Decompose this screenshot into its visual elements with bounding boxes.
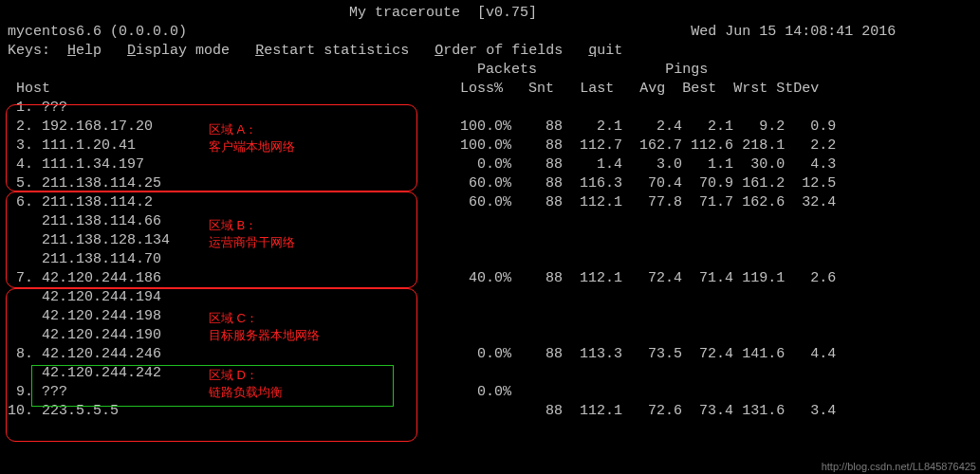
menu-line: Keys: Help Display mode Restart statisti…: [8, 42, 972, 61]
cols-header: Loss% Snt Last Avg Best Wrst StDev: [460, 81, 819, 97]
table-row: 10. 223.5.5.5 88 112.1 72.6 73.4 131.6 3…: [8, 402, 972, 421]
table-row: 211.138.114.70: [8, 250, 972, 269]
table-row: 7. 42.120.244.186 40.0% 88 112.1 72.4 71…: [8, 269, 972, 288]
table-row: 3. 111.1.20.41 100.0% 88 112.7 162.7 112…: [8, 137, 972, 155]
table-row: 42.120.244.194: [8, 288, 972, 307]
app-title: My traceroute [v0.75]: [349, 5, 537, 21]
table-row: 2. 192.168.17.20 100.0% 88 2.1 2.4 2.1 9…: [8, 118, 972, 137]
hostname: mycentos6.6 (0.0.0.0): [8, 24, 187, 40]
table-row: 9. ??? 0.0%: [8, 383, 972, 402]
table-row: 211.138.128.134: [8, 231, 972, 250]
table-row: 42.120.244.190: [8, 326, 972, 345]
table-row: 6. 211.138.114.2 60.0% 88 112.1 77.8 71.…: [8, 193, 972, 212]
watermark: http://blog.csdn.net/LL845876425: [822, 461, 976, 472]
table-row: 5. 211.138.114.25 60.0% 88 116.3 70.4 70…: [8, 174, 972, 193]
menu-help[interactable]: Help: [67, 43, 102, 59]
menu-display[interactable]: Display mode: [127, 43, 230, 59]
pings-header: Pings: [665, 62, 708, 78]
packets-header: Packets: [477, 62, 537, 78]
datetime: Wed Jun 15 14:08:41 2016: [691, 24, 896, 40]
host-date-line: mycentos6.6 (0.0.0.0) Wed Jun 15 14:08:4…: [8, 23, 972, 42]
title-line: My traceroute [v0.75]: [8, 4, 972, 23]
table-row: 42.120.244.242: [8, 364, 972, 383]
menu-restart[interactable]: Restart statistics: [255, 43, 409, 59]
table-row: 4. 111.1.34.197 0.0% 88 1.4 3.0 1.1 30.0…: [8, 155, 972, 174]
table-row: 8. 42.120.244.246 0.0% 88 113.3 73.5 72.…: [8, 345, 972, 364]
terminal: My traceroute [v0.75] mycentos6.6 (0.0.0…: [0, 0, 980, 425]
keys-label: Keys:: [8, 43, 50, 59]
column-headers: Host Loss% Snt Last Avg Best Wrst StDev: [8, 80, 972, 99]
group-headers: Packets Pings: [8, 61, 972, 80]
menu-order[interactable]: Order of fields: [435, 43, 563, 59]
host-header: Host: [16, 81, 50, 97]
table-row: 1. ???: [8, 99, 972, 118]
table-row: 211.138.114.66: [8, 212, 972, 231]
table-row: 42.120.244.198: [8, 307, 972, 326]
menu-quit[interactable]: quit: [588, 43, 622, 59]
